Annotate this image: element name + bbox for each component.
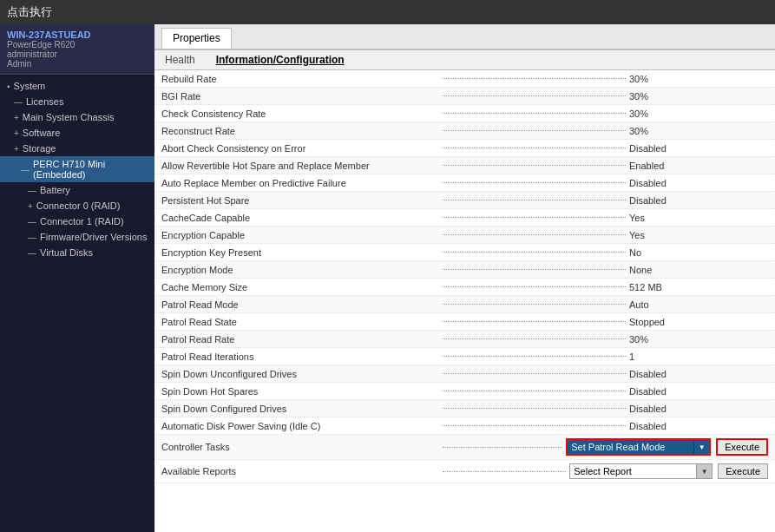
available-reports-row: Available Reports Select ReportStorage S…	[154, 460, 775, 483]
prop-dots-19	[443, 408, 626, 409]
prop-label-6: Auto Replace Member on Predictive Failur…	[161, 178, 439, 188]
available-reports-label: Available Reports	[161, 466, 439, 476]
prop-label-5: Allow Revertible Hot Spare and Replace M…	[161, 161, 439, 171]
controller-tasks-select[interactable]: Set Patrol Read ModeReset ConfigurationC…	[568, 440, 693, 454]
prop-row-13: Patrol Read Mode Auto	[154, 296, 775, 313]
prop-label-8: CacheCade Capable	[161, 213, 439, 223]
prop-row-4: Abort Check Consistency on Error Disable…	[154, 140, 775, 157]
prop-label-14: Patrol Read State	[161, 317, 439, 327]
nav-icon-connector0: +	[28, 201, 33, 211]
controller-tasks-select-wrapper: Set Patrol Read ModeReset ConfigurationC…	[566, 438, 711, 456]
prop-value-4: Disabled	[629, 143, 768, 154]
prop-row-10: Encryption Key Present No	[154, 244, 775, 261]
sidebar-item-vdisks[interactable]: —Virtual Disks	[0, 245, 154, 260]
prop-row-6: Auto Replace Member on Predictive Failur…	[154, 174, 775, 192]
nav-icon-vdisks: —	[28, 248, 36, 258]
prop-row-16: Patrol Read Iterations 1	[154, 348, 775, 365]
nav-icon-storage: +	[14, 144, 19, 154]
prop-row-2: Check Consistency Rate 30%	[154, 105, 775, 122]
available-reports-dropdown-arrow[interactable]: ▼	[696, 464, 712, 478]
prop-row-0: Rebuild Rate 30%	[154, 70, 775, 88]
prop-value-13: Auto	[629, 299, 768, 310]
prop-dots-12	[443, 286, 626, 287]
sub-tab-info[interactable]: Information/Configuration	[213, 52, 348, 68]
prop-label-10: Encryption Key Present	[161, 247, 439, 258]
prop-dots-11	[443, 269, 626, 270]
prop-value-6: Disabled	[629, 178, 768, 188]
prop-label-19: Spin Down Configured Drives	[161, 404, 439, 414]
nav-icon-system: ▪	[7, 82, 10, 91]
sidebar-item-software[interactable]: +Software	[0, 125, 154, 141]
nav-icon-main-chassis: +	[14, 113, 19, 122]
nav-icon-perc: —	[21, 165, 30, 174]
prop-row-11: Encryption Mode None	[154, 261, 775, 279]
prop-label-1: BGI Rate	[161, 91, 439, 102]
prop-row-14: Patrol Read State Stopped	[154, 313, 775, 331]
prop-label-17: Spin Down Unconfigured Drives	[161, 369, 439, 379]
device-user: administrator	[7, 49, 148, 59]
nav-icon-firmware: —	[28, 233, 36, 242]
controller-tasks-controls: Set Patrol Read ModeReset ConfigurationC…	[566, 438, 768, 456]
prop-row-9: Encryption Capable Yes	[154, 227, 775, 244]
sidebar-item-connector0[interactable]: +Connector 0 (RAID)	[0, 198, 154, 213]
sidebar-item-system[interactable]: ▪System	[0, 78, 154, 94]
sub-tabs: Health Information/Configuration	[154, 50, 775, 70]
prop-value-15: 30%	[629, 334, 768, 345]
sidebar-item-perc[interactable]: —PERC H710 Mini (Embedded)	[0, 156, 154, 182]
sidebar-item-connector1[interactable]: —Connector 1 (RAID)	[0, 213, 154, 229]
prop-dots-5	[443, 165, 626, 166]
prop-dots-8	[443, 217, 626, 218]
prop-label-0: Rebuild Rate	[161, 74, 439, 84]
tab-properties[interactable]: Properties	[161, 28, 232, 49]
content-area: Properties Health Information/Configurat…	[154, 24, 775, 532]
prop-label-16: Patrol Read Iterations	[161, 351, 439, 362]
nav-icon-battery: —	[28, 186, 36, 195]
prop-dots-10	[443, 252, 626, 253]
prop-label-2: Check Consistency Rate	[161, 108, 439, 119]
prop-value-14: Stopped	[629, 317, 768, 327]
prop-dots-13	[443, 304, 626, 305]
prop-dots-14	[443, 321, 626, 322]
sub-tab-health[interactable]: Health	[161, 52, 199, 68]
prop-dots-0	[443, 78, 626, 79]
prop-row-3: Reconstruct Rate 30%	[154, 122, 775, 140]
prop-label-4: Abort Check Consistency on Error	[161, 143, 439, 154]
controller-tasks-label: Controller Tasks	[161, 442, 439, 452]
sidebar-item-storage[interactable]: +Storage	[0, 141, 154, 156]
prop-dots-2	[443, 113, 626, 114]
prop-value-20: Disabled	[629, 421, 768, 431]
prop-value-9: Yes	[629, 230, 768, 240]
prop-dots-3	[443, 130, 626, 131]
prop-value-0: 30%	[629, 74, 768, 84]
controller-tasks-dropdown-arrow[interactable]: ▼	[693, 440, 709, 454]
prop-row-1: BGI Rate 30%	[154, 88, 775, 105]
sidebar-item-firmware[interactable]: —Firmware/Driver Versions	[0, 229, 154, 245]
prop-label-7: Persistent Hot Spare	[161, 195, 439, 206]
prop-row-5: Allow Revertible Hot Spare and Replace M…	[154, 157, 775, 174]
sidebar-item-licenses[interactable]: —Licenses	[0, 94, 154, 109]
controller-tasks-row: Controller Tasks Set Patrol Read ModeRes…	[154, 435, 775, 460]
controller-tasks-execute-btn[interactable]: Execute	[716, 438, 768, 456]
available-reports-select[interactable]: Select ReportStorage Summary	[570, 464, 696, 478]
prop-value-10: No	[629, 247, 768, 258]
available-reports-execute-btn[interactable]: Execute	[718, 463, 768, 479]
prop-label-20: Automatic Disk Power Saving (Idle C)	[161, 421, 439, 431]
controller-tasks-dots	[443, 447, 562, 448]
device-model: PowerEdge R620	[7, 40, 148, 49]
prop-value-5: Enabled	[629, 161, 768, 171]
sidebar-item-battery[interactable]: —Battery	[0, 182, 154, 198]
sidebar: WIN-237ASTUEAD PowerEdge R620 administra…	[0, 24, 154, 532]
sidebar-item-main-chassis[interactable]: +Main System Chassis	[0, 109, 154, 125]
prop-label-13: Patrol Read Mode	[161, 299, 439, 310]
prop-dots-9	[443, 234, 626, 235]
prop-value-18: Disabled	[629, 386, 768, 397]
properties-table: Rebuild Rate 30% BGI Rate 30% Check Cons…	[154, 70, 775, 532]
prop-value-1: 30%	[629, 91, 768, 102]
device-role: Admin	[7, 59, 148, 69]
nav-icon-connector1: —	[28, 217, 36, 227]
prop-label-12: Cache Memory Size	[161, 282, 439, 292]
prop-value-8: Yes	[629, 213, 768, 223]
prop-dots-7	[443, 200, 626, 200]
device-name: WIN-237ASTUEAD	[7, 30, 148, 40]
tab-bar: Properties	[154, 24, 775, 50]
